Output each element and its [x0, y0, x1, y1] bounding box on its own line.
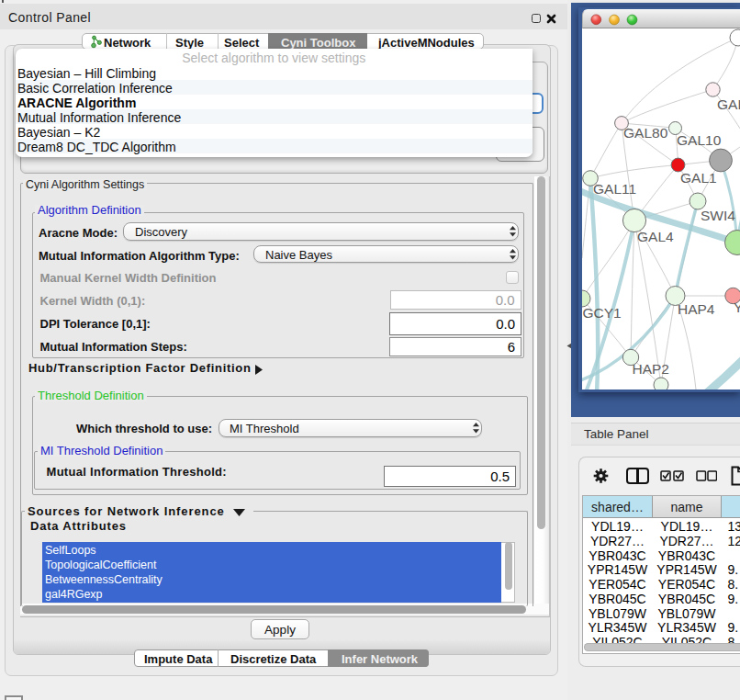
- svg-text:GAL: GAL: [717, 96, 740, 112]
- svg-text:SWI4: SWI4: [701, 208, 735, 223]
- svg-text:GAL11: GAL11: [593, 181, 636, 197]
- svg-text:HAP4: HAP4: [678, 301, 715, 317]
- svg-text:GAL1: GAL1: [680, 170, 717, 186]
- svg-text:Y: Y: [734, 299, 740, 315]
- svg-text:GAL4: GAL4: [637, 229, 674, 244]
- svg-text:GCY1: GCY1: [583, 305, 622, 321]
- svg-text:GAL80: GAL80: [623, 125, 668, 141]
- svg-text:HAP2: HAP2: [633, 361, 670, 377]
- svg-text:GAL10: GAL10: [677, 132, 722, 148]
